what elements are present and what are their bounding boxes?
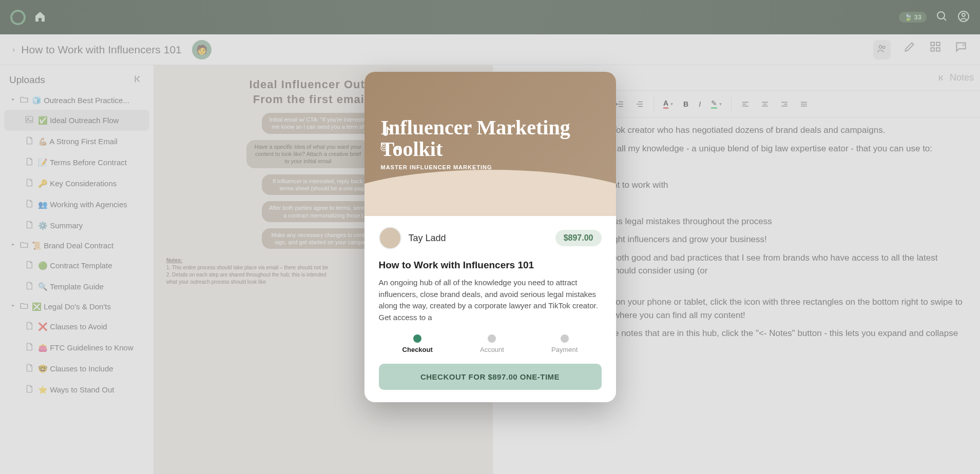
checkout-button[interactable]: CHECKOUT FOR $897.00 ONE-TIME: [379, 364, 602, 390]
price-badge: $897.00: [555, 230, 602, 246]
modal-overlay[interactable]: Influencer Marketing Toolkit MASTER INFL…: [0, 0, 980, 474]
author-avatar: [379, 227, 401, 249]
step-checkout: Checkout: [402, 334, 433, 353]
modal-hero-subtitle: MASTER INFLUENCER MARKETING: [381, 164, 600, 170]
author-name: Tay Ladd: [409, 233, 548, 244]
modal-description: An ongoing hub of all of the knowledge y…: [379, 277, 602, 323]
modal-hero-title: Influencer Marketing Toolkit: [381, 117, 600, 160]
modal-hero: Influencer Marketing Toolkit MASTER INFL…: [364, 72, 616, 215]
step-account: Account: [480, 334, 504, 353]
checkout-steps: Checkout Account Payment: [379, 334, 602, 353]
modal-title: How to Work with Influencers 101: [379, 260, 602, 271]
step-payment: Payment: [551, 334, 578, 353]
checkout-modal: Influencer Marketing Toolkit MASTER INFL…: [364, 72, 616, 402]
